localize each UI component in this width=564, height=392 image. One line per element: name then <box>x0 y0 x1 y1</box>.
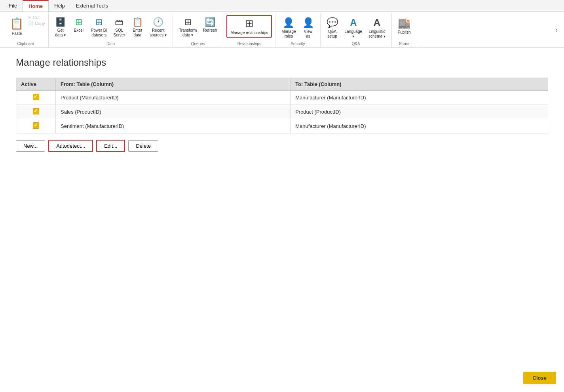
copy-button[interactable]: 📄 Copy <box>28 21 45 26</box>
paste-label: Paste <box>12 31 22 36</box>
close-button-container: Close <box>523 372 556 384</box>
security-label: Security <box>291 41 305 46</box>
excel-icon: ⊞ <box>75 17 82 27</box>
refresh-icon: 🔄 <box>205 17 215 27</box>
ribbon-tabs: File Home Help External Tools <box>0 0 564 12</box>
chevron-right-icon: › <box>556 27 558 34</box>
checkbox-checked-icon[interactable] <box>33 108 39 114</box>
view-as-button[interactable]: 👤 Viewas <box>300 15 317 41</box>
table-body: Product (ManufacturerID)Manufacturer (Ma… <box>16 90 548 133</box>
autodetect-button[interactable]: Autodetect... <box>48 140 93 152</box>
share-label: Share <box>399 41 410 46</box>
language-button[interactable]: A Language▾ <box>342 15 365 41</box>
header-from: From: Table (Column) <box>56 78 291 90</box>
from-cell: Product (ManufacturerID) <box>56 90 291 105</box>
paste-icon: 📋 <box>10 17 24 30</box>
qa-label: Q&A <box>352 41 360 46</box>
table-row[interactable]: Sales (ProductID)Product (ProductID) <box>16 105 548 119</box>
transform-icon: ⊞ <box>184 17 192 27</box>
clipboard-small-buttons: ✂ Cut 📄 Copy <box>28 15 45 26</box>
publish-button[interactable]: 🏬 Publish <box>395 15 414 37</box>
language-icon: A <box>350 17 357 29</box>
qa-icon: 💬 <box>327 17 338 29</box>
ribbon: 📋 Paste ✂ Cut 📄 Copy Clipboard 🗄️ Getdat… <box>0 12 564 48</box>
manage-relationships-button[interactable]: ⊞ Manage relationships <box>226 15 272 38</box>
manage-roles-icon: 👤 <box>283 17 294 29</box>
get-data-button[interactable]: 🗄️ Getdata ▾ <box>52 15 69 40</box>
sql-icon: 🗃 <box>115 17 123 27</box>
header-active: Active <box>16 78 56 90</box>
manage-rel-label: Manage relationships <box>230 30 268 35</box>
table-row[interactable]: Product (ManufacturerID)Manufacturer (Ma… <box>16 90 548 105</box>
ribbon-group-data: 🗄️ Getdata ▾ ⊞ Excel ⊞ Power BIdatasets … <box>49 13 173 47</box>
active-cell <box>16 119 56 133</box>
manage-rel-icon: ⊞ <box>245 17 254 30</box>
to-cell: Manufacturer (ManufacturerID) <box>291 119 548 133</box>
data-label: Data <box>106 41 115 46</box>
to-cell: Manufacturer (ManufacturerID) <box>291 90 548 105</box>
qa-setup-button[interactable]: 💬 Q&Asetup <box>324 15 341 41</box>
linguistic-icon: A <box>374 17 380 29</box>
ribbon-group-relationships: ⊞ Manage relationships Relationships <box>223 13 275 47</box>
active-cell <box>16 105 56 119</box>
ribbon-group-security: 👤 Manageroles 👤 Viewas Security <box>275 13 320 47</box>
ribbon-group-queries: ⊞ Transformdata ▾ 🔄 Refresh Queries <box>173 13 223 47</box>
header-to: To: Table (Column) <box>291 78 548 90</box>
page-title: Manage relationships <box>16 57 548 68</box>
table-row[interactable]: Sentiment (ManufacturerID)Manufacturer (… <box>16 119 548 133</box>
new-button[interactable]: New... <box>16 140 45 152</box>
qa-items: 💬 Q&Asetup A Language▾ A Linguisticschem… <box>324 15 388 41</box>
checkbox-checked-icon[interactable] <box>33 94 39 100</box>
clipboard-items: 📋 Paste ✂ Cut 📄 Copy <box>6 15 45 41</box>
relationships-table: Active From: Table (Column) To: Table (C… <box>16 78 548 133</box>
delete-button[interactable]: Delete <box>128 140 158 152</box>
refresh-button[interactable]: 🔄 Refresh <box>200 15 220 35</box>
relationships-items: ⊞ Manage relationships <box>226 15 272 41</box>
tab-home[interactable]: Home <box>23 0 49 11</box>
queries-items: ⊞ Transformdata ▾ 🔄 Refresh <box>176 15 220 41</box>
linguistic-schema-button[interactable]: A Linguisticschema ▾ <box>366 15 388 41</box>
queries-label: Queries <box>191 41 205 46</box>
tab-help[interactable]: Help <box>49 0 70 11</box>
excel-button[interactable]: ⊞ Excel <box>70 15 87 35</box>
data-items: 🗄️ Getdata ▾ ⊞ Excel ⊞ Power BIdatasets … <box>52 15 169 41</box>
transform-data-button[interactable]: ⊞ Transformdata ▾ <box>176 15 199 40</box>
from-cell: Sales (ProductID) <box>56 105 291 119</box>
ribbon-group-share: 🏬 Publish Share <box>392 13 417 47</box>
bottom-actions: New... Autodetect... Edit... Delete <box>16 140 548 152</box>
recent-sources-button[interactable]: 🕐 Recentsources ▾ <box>147 15 169 40</box>
enter-data-button[interactable]: 📋 Enterdata <box>129 15 146 40</box>
recent-icon: 🕐 <box>153 17 163 27</box>
sql-server-button[interactable]: 🗃 SQLServer <box>110 15 128 40</box>
relationships-label: Relationships <box>237 41 261 46</box>
tab-file[interactable]: File <box>3 0 23 11</box>
power-bi-icon: ⊞ <box>95 17 103 27</box>
security-items: 👤 Manageroles 👤 Viewas <box>279 15 317 41</box>
share-items: 🏬 Publish <box>395 15 414 41</box>
get-data-icon: 🗄️ <box>55 17 66 27</box>
cut-button[interactable]: ✂ Cut <box>28 15 45 20</box>
ribbon-group-clipboard: 📋 Paste ✂ Cut 📄 Copy Clipboard <box>3 13 49 47</box>
tab-external-tools[interactable]: External Tools <box>70 0 114 11</box>
main-content: Manage relationships Active From: Table … <box>0 48 564 392</box>
table-header: Active From: Table (Column) To: Table (C… <box>16 78 548 90</box>
active-cell <box>16 90 56 105</box>
close-button[interactable]: Close <box>523 372 556 384</box>
checkbox-checked-icon[interactable] <box>33 122 39 129</box>
ribbon-group-qa: 💬 Q&Asetup A Language▾ A Linguisticschem… <box>321 13 392 47</box>
clipboard-label: Clipboard <box>17 41 34 46</box>
power-bi-datasets-button[interactable]: ⊞ Power BIdatasets <box>88 15 110 40</box>
enter-data-icon: 📋 <box>132 17 143 27</box>
to-cell: Product (ProductID) <box>291 105 548 119</box>
from-cell: Sentiment (ManufacturerID) <box>56 119 291 133</box>
paste-button[interactable]: 📋 Paste <box>6 15 27 38</box>
publish-label: Publish <box>398 30 411 35</box>
publish-icon: 🏬 <box>398 17 410 29</box>
manage-roles-button[interactable]: 👤 Manageroles <box>279 15 298 41</box>
edit-button[interactable]: Edit... <box>96 140 125 152</box>
view-as-icon: 👤 <box>302 17 314 29</box>
ribbon-expand[interactable]: › <box>556 13 561 47</box>
